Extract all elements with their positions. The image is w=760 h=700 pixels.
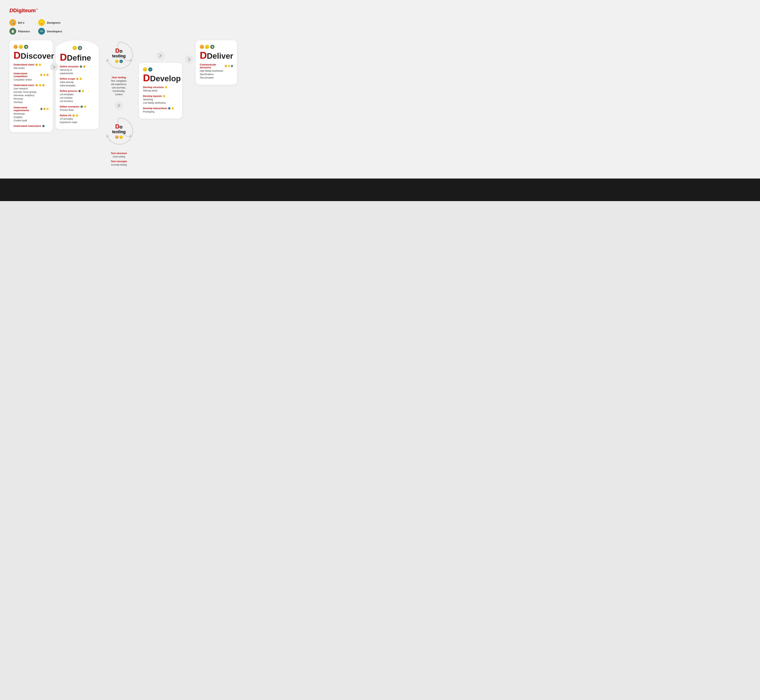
legend-designers: 💡 Designers [38,19,62,26]
far-right-section: 🔍 💡 📋 DDeliver Communicate decisions Hig… [185,40,237,84]
define-card: 💡 📋 DDefine Define structure Hierarchy o… [56,40,99,129]
developers-label: Developers [47,30,62,33]
discover-icon-bas: 🔍 [14,45,18,49]
develop-interactions-title: Develop interactions [143,107,178,110]
define-scope-title: Define scope [60,77,95,80]
developers-icon: </> [38,28,45,34]
test-concepts-title: Test concepts [111,160,127,163]
develop-structure-content: Sitemap detail [143,89,178,92]
arrow-right-develop-icon [156,52,164,60]
svg-marker-1 [129,59,132,62]
arrow-mid [115,102,123,110]
develop-layouts-title: Develop layouts [143,95,178,97]
discover-title: DDiscover [14,50,48,60]
define-scope-content: Initial sitemap Initial templates [60,81,95,87]
understand-requirements-content: Workshops Analytics Content audit [14,112,48,122]
define-ux-title: Define UX [60,114,95,117]
define-scenarios-content: Process flows [60,108,95,112]
develop-icon-dev: </> [148,67,152,72]
user-testing-title: User testing [111,76,127,79]
deliver-icon-planner: 📋 [210,45,214,49]
discover-icon-planner: 📋 [24,45,28,49]
understand-competitors-title: Understand competitors [14,72,48,78]
understand-requirements-title: Understand requirements [14,106,48,112]
define-title: DDefine [60,52,95,62]
define-process-content: List templates List modules List functio… [60,93,95,103]
dot2 [39,64,41,66]
define-icon-designer: 💡 [73,46,77,50]
define-structure-content: Hierarchy of requirements [60,68,95,75]
dot12 [42,125,45,127]
legend-developers: </> Developers [38,28,62,34]
develop-card: 💡 </> DDevelop Develop structure Sitemap… [139,63,182,119]
deliver-card: 🔍 💡 📋 DDeliver Communicate decisions Hig… [195,40,237,84]
understand-users-title: Understand users [14,84,48,86]
define-ux-content: UX principles Experience maps [60,117,95,124]
do-testing-top-text: Do testing 💡 </> [112,48,126,63]
define-icon-planner: 📋 [78,46,82,50]
understand-users-content: User research (surveys, focus groups, in… [14,87,48,104]
deliver-icon-bas: 🔍 [200,45,204,49]
dot10 [44,108,45,110]
dot6 [36,84,38,86]
develop-structure-title: Develop structure [143,86,178,89]
test-sections: Test structure Card sorting Test concept… [111,150,127,167]
test-structure-title: Test structure [111,152,127,155]
logo: DDigiteum™ [9,8,751,14]
develop-icon-designer: 💡 [143,67,147,72]
dot7 [39,84,41,86]
diagram-layout: 🔍 💡 📋 DDiscover Understand client Site r… [9,40,751,167]
do-testing-top: Do testing 💡 </> [102,38,136,72]
understand-client-title: Understand client [14,63,48,66]
legend-bas: 🔍 BA's [9,19,33,26]
develop-layouts-content: Sketching Low fidelity wireframes [143,98,178,105]
chevron-deliver-icon [187,57,191,61]
deliver-icons: 🔍 💡 📋 [200,45,233,49]
main-content: DDigiteum™ 🔍 BA's 💡 Designers 📋 Planners… [0,0,760,178]
arrow-right-icon [52,65,56,69]
do-testing-bottom: Do testing 🔍 💡 [102,114,136,148]
test-concepts-content: Concept testing [111,163,127,167]
designers-icon: 💡 [38,19,45,26]
communicate-decisions-content: High fidelity wireframes Specifications … [200,69,233,80]
arrow-mid-icon [117,103,121,108]
do-testing-bottom-container: Do testing 🔍 💡 Test structure [102,114,136,167]
chevron-right-icon [158,54,163,58]
svg-marker-3 [129,134,132,138]
define-structure-title: Define structure [60,65,95,68]
deliver-title: DDeliver [200,50,233,60]
develop-icons: 💡 </> [143,67,178,72]
communicate-decisions-title: Communicate decisions [200,63,233,69]
define-scenarios-title: Define scenarios [60,105,95,108]
middle-column: Do testing 💡 </> User testing [102,40,136,167]
arrow-discover-define [50,63,58,71]
bas-label: BA's [18,21,25,24]
dot9 [41,108,42,110]
bas-icon: 🔍 [9,19,16,26]
test-structure-content: Card sorting [111,155,127,158]
planners-icon: 📋 [9,28,16,34]
do-testing-bottom-text: Do testing 🔍 💡 [112,123,126,139]
dot1 [35,64,38,66]
deliver-icon-designer: 💡 [205,45,209,49]
bottom-bar [0,178,760,201]
define-process-title: Define process [60,89,95,92]
dot3 [40,74,42,76]
discover-icon-designer: 💡 [19,45,23,49]
arrow-to-develop [139,40,182,60]
understand-restrictions-title: Understand restrictions [14,125,48,127]
do-testing-top-container: Do testing 💡 </> User testing [102,38,136,97]
dot11 [47,108,48,110]
arrow-to-deliver [185,40,193,64]
page-wrapper: DDigiteum™ 🔍 BA's 💡 Designers 📋 Planners… [0,0,760,201]
legend-planners: 📋 Planners [9,28,33,34]
develop-title: DDevelop [143,73,178,83]
develop-interactions-content: Prototyping [143,110,178,113]
define-icons: 💡 📋 [60,46,95,50]
dot5 [47,74,48,76]
arrow-right-deliver-icon [185,55,193,64]
planners-label: Planners [18,30,30,33]
designers-label: Designers [47,21,61,24]
user-testing-section: User testing Test: navigation, site expe… [111,74,127,97]
legend: 🔍 BA's 💡 Designers 📋 Planners </> Develo… [9,19,62,34]
